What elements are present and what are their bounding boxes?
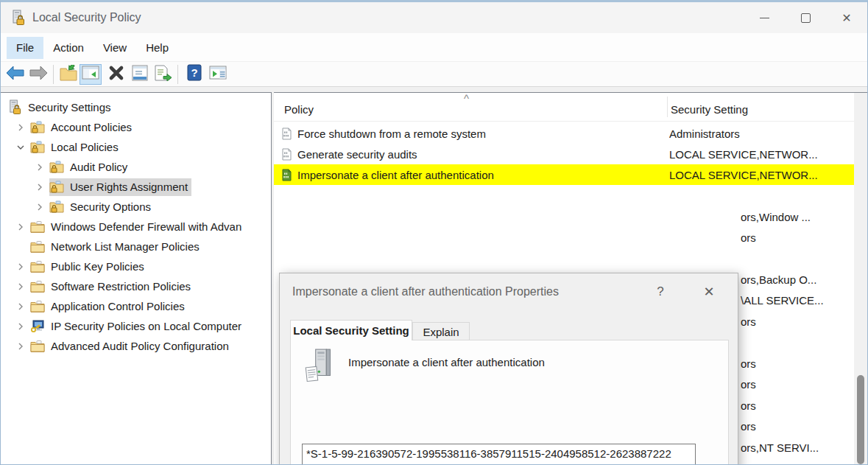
folder-lock-icon: [30, 141, 46, 153]
toolbar-separator: [53, 65, 54, 84]
folder-lock-icon: [49, 181, 65, 193]
policy-row-clipped[interactable]: \ALL SERVICE...: [741, 294, 824, 309]
menu-view[interactable]: View: [93, 37, 136, 59]
sort-ascending-icon[interactable]: ^: [464, 92, 469, 105]
policy-row-highlighted[interactable]: Impersonate a client after authenticatio…: [274, 164, 854, 185]
console-tree-icon: [82, 66, 99, 83]
folder-icon: [30, 281, 46, 293]
chevron-right-icon[interactable]: [11, 223, 30, 231]
policy-row[interactable]: Generate security audits LOCAL SERVICE,N…: [274, 144, 854, 164]
ip-security-icon: [30, 320, 46, 333]
chevron-right-icon[interactable]: [11, 343, 30, 350]
forward-button[interactable]: [27, 64, 49, 85]
new-window-button[interactable]: [207, 64, 229, 85]
tree-item-public-key-policies[interactable]: Public Key Policies: [1, 256, 270, 276]
local-security-policy-app-icon: [10, 10, 25, 26]
list-header: Policy ^ Security Setting: [274, 93, 854, 122]
tree-item-application-control-policies[interactable]: Application Control Policies: [1, 296, 270, 316]
policy-row-clipped[interactable]: ors: [741, 357, 756, 372]
dialog-close-button[interactable]: ✕: [693, 273, 725, 310]
chevron-right-icon[interactable]: [11, 303, 30, 310]
close-icon: ✕: [841, 11, 851, 25]
policy-row-clipped[interactable]: ors: [741, 420, 756, 435]
export-list-icon: [154, 65, 172, 84]
menu-file[interactable]: File: [7, 37, 43, 59]
tree-item-ip-security-policies[interactable]: IP Security Policies on Local Computer: [1, 316, 270, 336]
up-one-level-button[interactable]: [57, 64, 80, 85]
chevron-down-icon[interactable]: [11, 144, 30, 151]
vertical-scrollbar[interactable]: [854, 93, 867, 464]
back-button[interactable]: [4, 64, 27, 85]
app-window: Local Security Policy ✕ File Action View…: [0, 0, 868, 465]
tree-item-advanced-audit-policy-configuration[interactable]: Advanced Audit Policy Configuration: [1, 336, 270, 356]
chevron-right-icon[interactable]: [11, 283, 30, 290]
dialog-help-button[interactable]: ?: [644, 273, 677, 310]
tab-local-security-setting[interactable]: Local Security Setting: [290, 320, 412, 340]
policy-row-clipped[interactable]: ors,NT SERVI...: [741, 441, 819, 456]
svg-text:?: ?: [191, 66, 197, 79]
chevron-right-icon[interactable]: [30, 164, 49, 171]
back-arrow-icon: [6, 66, 25, 83]
tree-item-account-policies[interactable]: Account Policies: [1, 117, 270, 137]
chevron-right-icon[interactable]: [11, 323, 30, 330]
menu-bar: File Action View Help: [1, 33, 867, 61]
help-icon: ?: [186, 64, 202, 85]
question-mark-icon: ?: [657, 284, 663, 299]
tree-item-security-settings[interactable]: Security Settings: [1, 97, 270, 117]
menu-action[interactable]: Action: [43, 37, 93, 59]
title-bar: Local Security Policy ✕: [1, 2, 867, 33]
column-header-security-setting[interactable]: Security Setting: [671, 103, 748, 116]
delete-button[interactable]: [105, 64, 127, 85]
tree-item-windows-defender-firewall[interactable]: Windows Defender Firewall with Advan: [1, 217, 270, 237]
chevron-right-icon[interactable]: [11, 124, 30, 131]
properties-button[interactable]: [129, 64, 151, 85]
export-list-button[interactable]: [152, 64, 174, 85]
delete-x-icon: [107, 65, 125, 84]
menu-help[interactable]: Help: [136, 37, 178, 59]
properties-dialog: Impersonate a client after authenticatio…: [279, 273, 738, 465]
column-header-policy[interactable]: Policy: [284, 103, 314, 116]
toolbar-separator: [177, 65, 178, 84]
tree-item-software-restriction-policies[interactable]: Software Restriction Policies: [1, 276, 270, 296]
policy-row-clipped[interactable]: ors: [741, 399, 756, 414]
chevron-right-icon[interactable]: [11, 263, 30, 270]
folder-icon: [30, 340, 46, 352]
tree-item-user-rights-assignment[interactable]: User Rights Assignment: [1, 177, 270, 197]
member-item[interactable]: *S-1-5-99-216390572-1995538116-385791151…: [306, 447, 691, 461]
column-divider[interactable]: [667, 97, 668, 117]
show-hide-console-tree-button[interactable]: [80, 64, 102, 85]
tab-explain[interactable]: Explain: [412, 322, 470, 340]
policy-row-clipped[interactable]: ors: [741, 378, 756, 393]
folder-icon: [30, 261, 46, 273]
policy-row-clipped[interactable]: ors: [741, 231, 756, 246]
folder-up-icon: [60, 65, 77, 84]
policy-row-clipped[interactable]: ors,Window ...: [741, 211, 811, 225]
scrollbar-thumb[interactable]: [857, 375, 864, 464]
tree-item-audit-policy[interactable]: Audit Policy: [1, 157, 270, 177]
policy-doc-icon: [281, 127, 297, 140]
tree-item-security-options[interactable]: Security Options: [1, 197, 270, 217]
policy-row-clipped[interactable]: ors,Backup O...: [741, 273, 816, 288]
policy-doc-icon: [281, 148, 297, 161]
members-listbox[interactable]: *S-1-5-99-216390572-1995538116-385791151…: [302, 444, 696, 465]
minimize-icon: [760, 18, 769, 18]
tree-item-local-policies[interactable]: Local Policies: [1, 137, 270, 157]
policy-row-clipped[interactable]: ors: [741, 315, 756, 330]
maximize-button[interactable]: [785, 2, 826, 33]
properties-icon: [132, 65, 148, 84]
policy-row[interactable]: Force shutdown from a remote system Admi…: [274, 123, 854, 144]
help-button[interactable]: ?: [183, 64, 205, 85]
folder-icon: [30, 241, 46, 253]
content-area: Security Settings Account Policies Local…: [1, 87, 867, 464]
close-button[interactable]: ✕: [826, 2, 867, 33]
chevron-right-icon[interactable]: [30, 203, 49, 211]
member-item[interactable]: Administrators: [306, 461, 691, 465]
tab-page: Impersonate a client after authenticatio…: [290, 340, 729, 465]
tree-item-network-list-manager-policies[interactable]: Network List Manager Policies: [1, 237, 270, 256]
window-title: Local Security Policy: [32, 11, 141, 24]
new-window-icon: [209, 66, 227, 83]
minimize-button[interactable]: [744, 2, 785, 33]
console-tree-pane: Security Settings Account Policies Local…: [1, 92, 272, 464]
folder-icon: [30, 221, 46, 233]
chevron-right-icon[interactable]: [30, 183, 49, 191]
